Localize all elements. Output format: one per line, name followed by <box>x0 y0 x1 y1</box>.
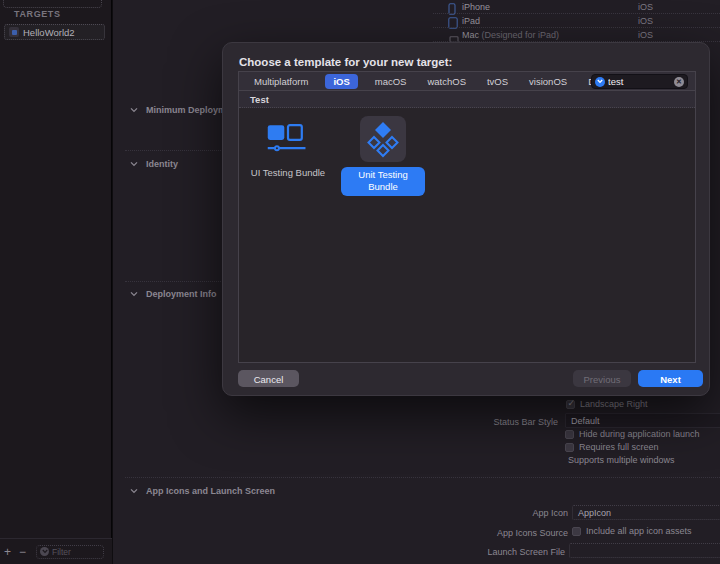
launch-screen-file-label: Launch Screen File <box>450 547 565 557</box>
new-target-template-dialog: Choose a template for your new target: M… <box>222 42 710 396</box>
app-icon-label: App Icon <box>453 508 568 518</box>
supports-multiple-windows-label: Supports multiple windows <box>568 455 675 465</box>
template-unit-testing-bundle[interactable]: Unit Testing Bundle <box>335 116 431 196</box>
status-bar-style-label: Status Bar Style <box>443 417 558 427</box>
checkbox-icon[interactable] <box>565 430 574 439</box>
section-label: App Icons and Launch Screen <box>146 486 275 496</box>
tab-macos[interactable]: macOS <box>371 74 411 89</box>
checkbox-include-all-app-icon-assets[interactable]: Include all app icon assets <box>572 526 692 536</box>
project-selection-outline <box>3 0 102 8</box>
app-icon-field[interactable]: AppIcon <box>572 505 720 520</box>
section-label: Deployment Info <box>146 289 217 299</box>
template-label: UI Testing Bundle <box>251 167 325 179</box>
app-target-icon <box>9 27 19 37</box>
tab-visionos[interactable]: visionOS <box>525 74 571 89</box>
device-row-ipad[interactable]: iPad iOS <box>113 14 720 28</box>
clear-search-icon[interactable]: ✕ <box>674 77 684 87</box>
previous-button[interactable]: Previous <box>573 370 631 387</box>
checkbox-requires-full-screen[interactable]: Requires full screen <box>565 442 659 452</box>
template-search-field[interactable]: ✕ <box>591 74 688 89</box>
template-label-selected: Unit Testing Bundle <box>341 167 425 196</box>
checkbox-icon[interactable] <box>566 400 575 409</box>
dialog-title: Choose a template for your new target: <box>239 56 452 68</box>
checkbox-icon[interactable] <box>572 527 581 536</box>
template-chooser: Multiplatform iOS macOS watchOS tvOS vis… <box>238 71 696 363</box>
section-app-icons[interactable]: App Icons and Launch Screen <box>130 486 275 496</box>
template-list: UI Testing Bundle Unit Testing Bundle <box>239 108 695 362</box>
device-row-iphone[interactable]: iPhone iOS <box>113 0 720 14</box>
tab-multiplatform[interactable]: Multiplatform <box>250 74 312 89</box>
device-os: iOS <box>638 2 653 12</box>
checkbox-icon[interactable] <box>565 443 574 452</box>
search-scope-icon[interactable] <box>595 77 605 87</box>
section-identity[interactable]: Identity <box>130 159 178 169</box>
device-name: Mac (Designed for iPad) <box>462 30 559 40</box>
chevron-down-icon <box>130 107 138 113</box>
checkbox-landscape-right[interactable]: Landscape Right <box>566 399 648 409</box>
tab-watchos[interactable]: watchOS <box>423 74 470 89</box>
targets-header: TARGETS <box>14 9 61 19</box>
status-bar-style-select[interactable]: Default <box>565 413 720 428</box>
tab-tvos[interactable]: tvOS <box>483 74 512 89</box>
device-name: iPad <box>462 16 480 26</box>
add-target-button[interactable]: + <box>0 544 15 559</box>
chevron-down-icon <box>130 291 138 297</box>
checkbox-hide-during-launch[interactable]: Hide during application launch <box>565 429 700 439</box>
chevron-down-icon <box>130 488 138 494</box>
platform-tabbar: Multiplatform iOS macOS watchOS tvOS vis… <box>239 72 695 91</box>
next-button[interactable]: Next <box>638 370 703 387</box>
section-divider <box>125 477 720 478</box>
sidebar-bottom-bar: + − <box>0 538 112 564</box>
xcode-window: iPhone iOS iPad iOS Mac (Designed for iP… <box>0 0 720 564</box>
section-deployment-info[interactable]: Deployment Info <box>130 289 217 299</box>
targets-sidebar: TARGETS HelloWorld2 + − <box>0 0 112 564</box>
template-ui-testing-bundle[interactable]: UI Testing Bundle <box>242 116 334 179</box>
section-label: Identity <box>146 159 178 169</box>
app-icons-source-label: App Icons Source <box>453 528 568 538</box>
launch-screen-file-field[interactable] <box>569 543 720 558</box>
device-os: iOS <box>638 30 653 40</box>
ui-testing-bundle-icon <box>265 116 311 162</box>
filter-input[interactable] <box>52 547 100 557</box>
device-row-mac[interactable]: Mac (Designed for iPad) iOS <box>113 28 720 42</box>
sidebar-filter-field[interactable] <box>36 545 104 559</box>
cancel-button[interactable]: Cancel <box>238 370 299 387</box>
template-search-input[interactable] <box>608 76 671 87</box>
filter-icon <box>40 547 49 556</box>
remove-target-button[interactable]: − <box>15 544 30 559</box>
device-os: iOS <box>638 16 653 26</box>
template-section-test: Test <box>239 91 695 108</box>
unit-testing-bundle-icon <box>360 116 406 162</box>
sidebar-item-helloworld2[interactable]: HelloWorld2 <box>4 24 105 40</box>
tab-ios[interactable]: iOS <box>325 74 357 89</box>
chevron-down-icon <box>130 161 138 167</box>
device-name: iPhone <box>462 2 490 12</box>
